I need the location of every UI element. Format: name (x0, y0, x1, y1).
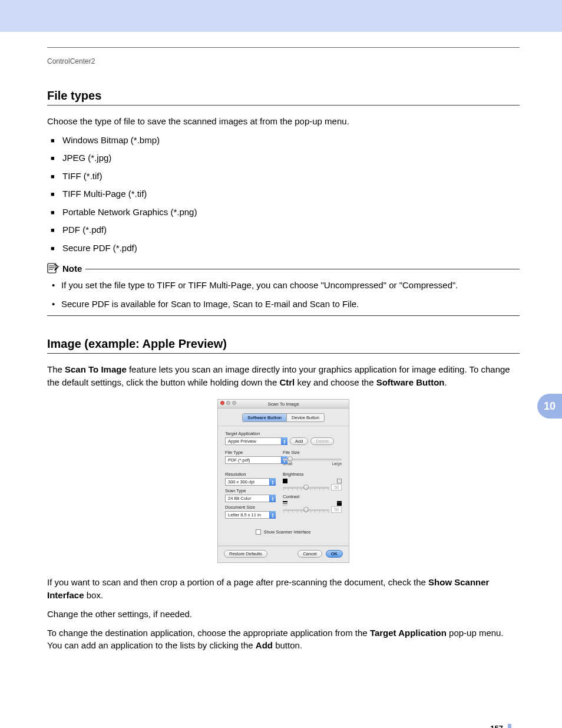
document-size-label: Document Size (225, 505, 276, 510)
contrast-slider[interactable] (283, 509, 329, 511)
top-header-bar (0, 0, 562, 32)
section-title-file-types: File types (47, 89, 520, 103)
tab-software-button[interactable]: Software Button (243, 414, 286, 421)
text: button. (273, 640, 302, 650)
note-header-rule (85, 269, 520, 269)
svg-rect-7 (337, 503, 342, 505)
contrast-label: Contrast (283, 494, 342, 499)
file-type-label: File Type (225, 450, 276, 455)
show-scanner-interface-label: Show Scanner Interface (263, 529, 310, 535)
cancel-button[interactable]: Cancel (297, 550, 322, 558)
note-list: If you set the file type to TIFF or TIFF… (51, 278, 520, 311)
document-size-select[interactable]: Letter 8.5 x 11 in ▲▼ (225, 511, 276, 519)
tab-segmented-control[interactable]: Software Button Device Button (242, 413, 325, 422)
restore-defaults-button[interactable]: Restore Defaults (224, 550, 267, 558)
bold-text: Software Button (376, 377, 445, 387)
dialog-title: Scan To Image (267, 401, 299, 407)
file-type-select[interactable]: PDF (*.pdf) ▲▼ (225, 456, 287, 464)
page-number: 157 (490, 724, 511, 728)
list-item: Secure PDF (*.pdf) (51, 242, 520, 255)
svg-rect-0 (48, 263, 56, 273)
add-button[interactable]: Add (290, 437, 308, 445)
scan-to-image-dialog: Scan To Image Software Button Device But… (217, 399, 349, 563)
updown-arrows-icon: ▲▼ (269, 511, 276, 519)
contrast-low-icon (283, 501, 287, 506)
note-item: If you set the file type to TIFF or TIFF… (51, 278, 520, 292)
bold-text: Target Application (370, 628, 447, 638)
list-item: TIFF Multi-Page (*.tif) (51, 187, 520, 201)
resolution-select[interactable]: 300 x 300 dpi ▲▼ (225, 478, 276, 486)
window-controls[interactable] (220, 401, 236, 405)
image-intro-paragraph: The Scan To Image feature lets you scan … (47, 363, 520, 389)
ok-button[interactable]: OK (326, 550, 343, 558)
dialog-titlebar: Scan To Image (218, 400, 349, 409)
list-item: PDF (*.pdf) (51, 223, 520, 237)
file-size-large-label: Large (332, 462, 342, 466)
top-rule (47, 47, 520, 48)
select-value: 24 Bit Color (228, 496, 251, 501)
minimize-icon[interactable] (226, 401, 230, 405)
running-head: ControlCenter2 (47, 57, 520, 65)
contrast-high-icon (337, 501, 342, 506)
note-icon (47, 263, 59, 274)
list-item: JPEG (*.jpg) (51, 151, 520, 165)
delete-button[interactable]: Delete (310, 437, 334, 445)
svg-rect-6 (337, 501, 342, 503)
target-application-paragraph: To change the destination application, c… (47, 627, 520, 653)
list-item: Windows Bitmap (*.bmp) (51, 134, 520, 147)
section-rule (47, 105, 520, 106)
bold-text: Ctrl (279, 377, 295, 387)
section-rule (47, 353, 520, 354)
file-size-slider[interactable] (283, 459, 342, 460)
target-application-label: Target Application (225, 431, 342, 436)
svg-rect-3 (283, 501, 287, 502)
change-settings-paragraph: Change the other settings, if needed. (47, 608, 520, 621)
text: key and choose the (295, 377, 376, 387)
brightness-label: Brightness (283, 472, 342, 477)
note-bottom-rule (47, 315, 520, 316)
updown-arrows-icon: ▲▼ (269, 478, 276, 486)
scan-type-label: Scan Type (225, 488, 276, 493)
show-scanner-interface-checkbox[interactable] (256, 529, 261, 535)
target-application-select[interactable]: Apple Preview ▲▼ (225, 437, 287, 445)
file-types-list: Windows Bitmap (*.bmp) JPEG (*.jpg) TIFF… (51, 134, 520, 255)
note-header: Note (47, 263, 520, 274)
zoom-icon[interactable] (232, 401, 236, 405)
updown-arrows-icon: ▲▼ (269, 495, 276, 502)
text: box. (84, 590, 104, 600)
file-size-label: File Size (283, 450, 342, 455)
resolution-label: Resolution (225, 472, 276, 477)
list-item: Portable Network Graphics (*.png) (51, 206, 520, 219)
bold-text: Add (256, 640, 273, 650)
text: If you want to scan and then crop a port… (47, 577, 428, 587)
brightness-low-icon (283, 479, 287, 483)
updown-arrows-icon: ▲▼ (281, 437, 287, 445)
select-value: PDF (*.pdf) (228, 457, 250, 463)
text: . (445, 377, 447, 387)
scan-type-select[interactable]: 24 Bit Color ▲▼ (225, 495, 276, 502)
show-scanner-paragraph: If you want to scan and then crop a port… (47, 576, 520, 602)
note-label: Note (62, 263, 82, 274)
brightness-value[interactable]: 50 (331, 484, 342, 490)
text: To change the destination application, c… (47, 628, 370, 638)
close-icon[interactable] (220, 401, 224, 405)
select-value: 300 x 300 dpi (228, 479, 254, 485)
svg-rect-4 (283, 503, 287, 504)
bold-text: Scan To Image (65, 364, 127, 374)
select-value: Letter 8.5 x 11 in (228, 512, 261, 518)
note-item: Secure PDF is available for Scan to Imag… (51, 297, 520, 311)
contrast-value[interactable]: 50 (331, 506, 342, 513)
file-types-intro: Choose the type of file to save the scan… (47, 115, 520, 128)
select-value: Apple Preview (228, 439, 256, 444)
tab-device-button[interactable]: Device Button (286, 414, 324, 421)
text: The (47, 364, 65, 374)
svg-rect-1 (283, 479, 287, 483)
list-item: TIFF (*.tif) (51, 170, 520, 183)
brightness-high-icon (337, 479, 342, 483)
svg-rect-2 (338, 479, 342, 483)
section-title-image-example: Image (example: Apple Preview) (47, 337, 520, 351)
brightness-slider[interactable] (283, 487, 329, 489)
